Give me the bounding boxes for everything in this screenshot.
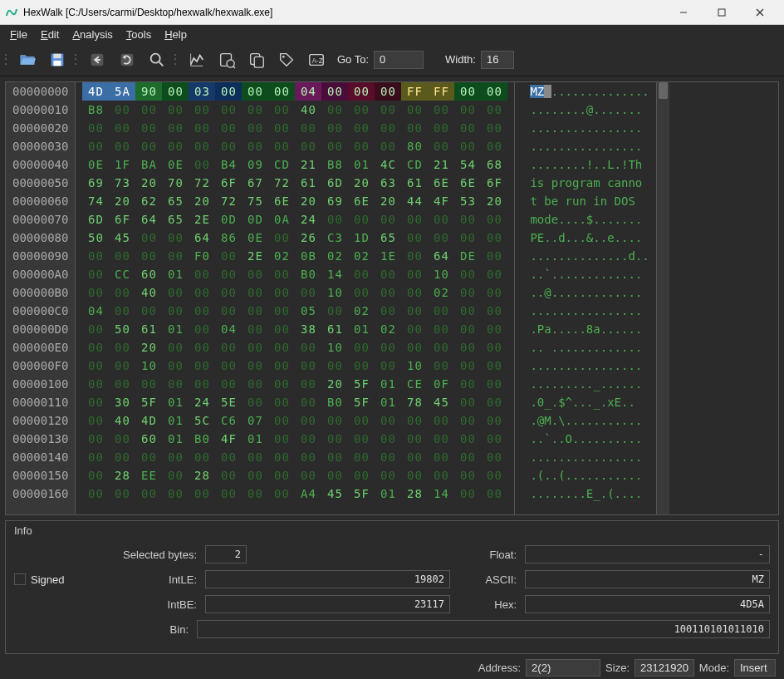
menu-help[interactable]: Help — [159, 27, 192, 42]
svg-line-15 — [233, 66, 235, 68]
signed-checkbox[interactable]: Signed — [14, 573, 114, 586]
close-button[interactable] — [741, 0, 779, 25]
signed-label: Signed — [31, 573, 64, 586]
svg-rect-6 — [53, 60, 61, 65]
save-button[interactable] — [45, 47, 70, 72]
intle-value: 19802 — [205, 570, 450, 588]
maximize-button[interactable] — [703, 0, 741, 25]
menu-file[interactable]: File — [5, 27, 32, 42]
svg-point-18 — [282, 55, 285, 57]
toolbar-grip — [75, 50, 80, 70]
ascii-column[interactable]: MZ_......................@..............… — [523, 82, 655, 514]
bin-label: Bin: — [14, 623, 189, 636]
open-button[interactable] — [15, 47, 40, 72]
svg-rect-17 — [254, 57, 263, 67]
svg-line-10 — [159, 62, 164, 66]
selected-bytes-label: Selected bytes: — [122, 549, 197, 561]
toolbar: A-Z Go To: Width: — [0, 43, 784, 76]
goto-label: Go To: — [337, 53, 369, 66]
svg-text:A-Z: A-Z — [312, 57, 323, 64]
selected-bytes-value: 2 — [205, 545, 247, 563]
search-button[interactable] — [145, 47, 169, 72]
hex-label: Hex: — [458, 598, 517, 611]
hex-editor[interactable]: 0000000000000010000000200000003000000040… — [5, 81, 779, 515]
menubar: File Edit Analysis Tools Help — [0, 25, 784, 43]
minimize-button[interactable] — [664, 0, 703, 25]
toolbar-grip — [174, 50, 179, 70]
goto-input[interactable] — [374, 51, 424, 69]
offset-column: 0000000000000010000000200000003000000040… — [6, 82, 76, 514]
entropy-button[interactable] — [184, 47, 209, 72]
main-area: 0000000000000010000000200000003000000040… — [0, 76, 784, 520]
ascii-label: ASCII: — [458, 573, 517, 586]
svg-rect-1 — [718, 9, 725, 16]
tags-button[interactable] — [274, 47, 299, 72]
float-label: Float: — [458, 549, 517, 561]
hex-value: 4D5A — [525, 595, 770, 613]
window-title: HexWalk [C:/Users/carmi/Desktop/hexwalk/… — [23, 7, 664, 18]
address-label: Address: — [478, 662, 521, 674]
toolbar-grip — [5, 50, 10, 70]
info-title: Info — [14, 524, 770, 537]
size-label: Size: — [605, 662, 630, 674]
menu-analysis[interactable]: Analysis — [67, 27, 117, 42]
scrollbar[interactable] — [656, 82, 669, 514]
menu-tools[interactable]: Tools — [121, 27, 156, 42]
menu-edit[interactable]: Edit — [36, 27, 64, 42]
bytemap-button[interactable] — [214, 47, 239, 72]
width-input[interactable] — [481, 51, 514, 69]
scrollbar-thumb[interactable] — [659, 82, 668, 99]
diff-button[interactable] — [244, 47, 269, 72]
hex-column[interactable]: 4D5A90000300000004000000FFFF0000B8000000… — [76, 82, 515, 514]
titlebar: HexWalk [C:/Users/carmi/Desktop/hexwalk/… — [0, 0, 784, 25]
info-panel: Info Selected bytes: 2 Float: - Signed I… — [5, 520, 779, 654]
undo-button[interactable] — [85, 47, 110, 72]
float-value: - — [525, 545, 770, 563]
svg-rect-5 — [53, 53, 61, 58]
intbe-label: IntBE: — [122, 598, 197, 611]
redo-button[interactable] — [115, 47, 140, 72]
strings-button[interactable]: A-Z — [304, 47, 329, 72]
mode-label: Mode: — [699, 662, 729, 674]
width-label: Width: — [445, 53, 476, 66]
ascii-value: MZ — [525, 570, 770, 588]
mode-value: Insert — [734, 659, 776, 677]
address-value: 2(2) — [526, 659, 600, 677]
bin-value: 100110101011010 — [197, 620, 770, 638]
svg-point-9 — [151, 53, 160, 62]
intbe-value: 23117 — [205, 595, 450, 613]
size-value: 23121920 — [635, 659, 694, 677]
statusbar: Address: 2(2) Size: 23121920 Mode: Inser… — [0, 656, 784, 679]
intle-label: IntLE: — [122, 573, 197, 586]
checkbox-box[interactable] — [14, 573, 26, 585]
app-icon — [5, 6, 18, 19]
